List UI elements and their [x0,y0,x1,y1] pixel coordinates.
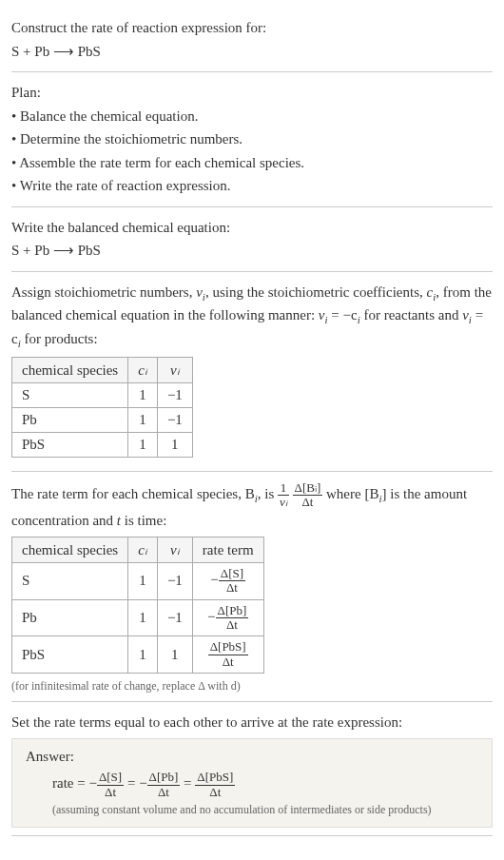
table-row: PbS 1 1 Δ[PbS]Δt [12,636,264,674]
fraction: Δ[S]Δt [219,567,245,596]
table-cell: 1 [128,408,158,433]
fraction: Δ[S]Δt [97,771,124,799]
fraction: Δ[Pb]Δt [147,771,181,799]
text-fragment: where [B [326,486,378,501]
text-fragment: = −c [328,307,358,322]
answer-note: (assuming constant volume and no accumul… [52,803,478,817]
table-header: νᵢ [157,358,192,383]
answer-label: Answer: [26,749,478,765]
answer-box: Answer: rate = −Δ[S]Δt = −Δ[Pb]Δt = Δ[Pb… [11,738,493,828]
stoich-text: Assign stoichiometric numbers, νi, using… [11,282,493,352]
table-cell: S [12,563,128,600]
table-header: chemical species [12,358,128,383]
stoich-table: chemical species cᵢ νᵢ S 1 −1 Pb 1 −1 Pb… [11,357,193,458]
table-header: cᵢ [128,538,158,563]
fraction-denominator: νᵢ [278,496,289,509]
table-header-row: chemical species cᵢ νᵢ [12,358,193,383]
text-fragment: , using the stoichiometric coefficients, [205,284,427,300]
table-cell: −1 [157,599,192,636]
table-cell: PbS [12,636,128,674]
plan-item-text: Balance the chemical equation. [20,108,198,124]
fraction: 1νᵢ [278,481,289,510]
fraction-numerator: Δ[S] [97,771,124,785]
rate-term-text: The rate term for each chemical species,… [11,481,493,531]
fraction-denominator: Δt [147,786,181,799]
table-cell: 1 [157,433,192,458]
plan-item-text: Assemble the rate term for each chemical… [19,155,304,170]
table-cell: S [12,383,128,408]
sign: − [139,776,146,792]
table-cell: 1 [157,636,192,674]
fraction-numerator: 1 [278,481,289,496]
fraction: Δ[PbS]Δt [195,771,235,799]
text-fragment: Assign stoichiometric numbers, [11,284,196,300]
stoich-section: Assign stoichiometric numbers, νi, using… [11,272,493,473]
rate-term-note: (for infinitesimal rate of change, repla… [11,679,493,694]
table-cell: 1 [128,636,158,674]
table-cell: Δ[PbS]Δt [192,636,263,674]
sign: − [207,609,215,624]
rate-term-section: The rate term for each chemical species,… [11,472,493,702]
plan-item: • Balance the chemical equation. [11,106,493,127]
text-fragment: is time: [121,513,166,528]
variable-nu: ν [462,307,469,322]
table-cell: 1 [128,563,158,600]
table-header: νᵢ [157,538,192,563]
fraction-numerator: Δ[S] [219,567,245,581]
rate-label: rate = [52,776,88,792]
table-cell: Pb [12,408,128,433]
plan-item: • Write the rate of reaction expression. [11,175,493,197]
table-cell: 1 [128,599,158,636]
balanced-section: Write the balanced chemical equation: S … [11,207,493,272]
fraction-denominator: Δt [97,786,124,799]
plan-item-text: Write the rate of reaction expression. [20,178,231,193]
table-cell: PbS [12,433,128,458]
table-row: Pb 1 −1 [12,408,193,433]
fraction-numerator: Δ[PbS] [208,640,248,655]
table-cell: −1 [157,383,192,408]
table-row: PbS 1 1 [12,433,193,458]
fraction: Δ[Pb]Δt [216,604,249,633]
rate-term-table: chemical species cᵢ νᵢ rate term S 1 −1 … [11,537,264,674]
fraction-denominator: Δt [195,786,235,799]
table-cell: −Δ[Pb]Δt [192,599,263,636]
table-cell: 1 [128,433,158,458]
balanced-title: Write the balanced chemical equation: [11,217,493,239]
fraction: Δ[Bᵢ]Δt [293,481,323,510]
balanced-equation: S + Pb ⟶ PbS [11,240,493,262]
rate-expression: rate = −Δ[S]Δt = −Δ[Pb]Δt = Δ[PbS]Δt [52,771,478,799]
plan-item: • Assemble the rate term for each chemic… [11,152,493,174]
table-header: cᵢ [128,358,158,383]
fraction-denominator: Δt [208,655,248,669]
final-section: Set the rate terms equal to each other t… [11,702,493,836]
table-header-row: chemical species cᵢ νᵢ rate term [12,538,264,563]
table-row: S 1 −1 −Δ[S]Δt [12,563,264,600]
table-cell: −1 [157,408,192,433]
fraction-denominator: Δt [219,581,245,595]
variable-nu: ν [196,284,203,300]
fraction-numerator: Δ[Bᵢ] [293,481,323,496]
fraction: Δ[PbS]Δt [208,640,248,669]
plan-item-text: Determine the stoichiometric numbers. [20,131,242,147]
text-fragment: for reactants and [360,307,462,322]
sign: − [210,572,218,587]
text-fragment: The rate term for each chemical species,… [11,486,255,501]
intro-equation: S + Pb ⟶ PbS [11,41,493,63]
table-cell: Pb [12,599,128,636]
fraction-denominator: Δt [216,618,249,632]
table-row: S 1 −1 [12,383,193,408]
table-cell: −1 [157,563,192,600]
fraction-numerator: Δ[PbS] [195,771,235,785]
plan-section: Plan: • Balance the chemical equation. •… [11,72,493,207]
table-cell: −Δ[S]Δt [192,563,263,600]
fraction-denominator: Δt [293,496,323,509]
fraction-numerator: Δ[Pb] [216,604,249,618]
fraction-numerator: Δ[Pb] [147,771,181,785]
text-fragment: for products: [21,331,98,346]
final-title: Set the rate terms equal to each other t… [11,712,493,733]
plan-item: • Determine the stoichiometric numbers. [11,128,493,150]
answer-content: rate = −Δ[S]Δt = −Δ[Pb]Δt = Δ[PbS]Δt (as… [26,771,478,817]
text-fragment: , is [258,486,278,501]
intro-prompt: Construct the rate of reaction expressio… [11,17,493,39]
sign: − [88,776,96,792]
